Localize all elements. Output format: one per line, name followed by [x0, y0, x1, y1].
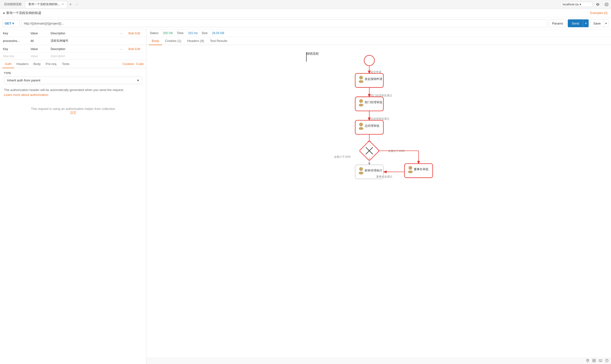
new-desc-placeholder[interactable]: Description: [51, 54, 65, 58]
status-bar: Status: 200 OK Time: 315 ms Size: 26.05 …: [146, 29, 611, 37]
tab-1[interactable]: 启动报销流程: [1, 1, 25, 8]
params-section-1: Key Value Description ··· Bulk Edit proc…: [0, 29, 146, 45]
tab-prereq[interactable]: Pre-req.: [43, 60, 60, 68]
tab-auth[interactable]: Auth: [2, 60, 14, 68]
edge-label-gm: 总经理审批通过: [371, 117, 390, 120]
right-panel: Status: 200 OK Time: 315 ms Size: 26.05 …: [146, 29, 611, 364]
step1-label: 发起报销申请: [365, 77, 382, 81]
save-dropdown-button[interactable]: ▾: [604, 19, 609, 27]
left-panel: Key Value Description ··· Bulk Edit proc…: [0, 29, 146, 364]
edge-label-dept: 部门经理审批通过: [371, 94, 392, 97]
svg-rect-17: [599, 360, 602, 362]
param-desc-1[interactable]: 流程实例编号: [48, 38, 115, 44]
flow-title: 报销流程: [306, 52, 319, 55]
svg-point-2: [359, 76, 363, 79]
svg-point-4: [359, 99, 363, 103]
tab-2-label: 查询一个流程实例的轨...: [28, 2, 60, 6]
code-link[interactable]: Code: [136, 62, 144, 66]
time-label: Time:: [177, 31, 184, 35]
tab-2[interactable]: 查询一个流程实例的轨... ✕: [25, 1, 67, 8]
step3-label: 总经理审批: [364, 124, 379, 128]
location-icon[interactable]: [586, 359, 589, 363]
params-section-2: Key Value Description ··· Bulk Edit New …: [0, 45, 146, 60]
auth-helper: This request is using an authorization h…: [4, 107, 142, 119]
bulk-edit-link-2[interactable]: Bulk Edit: [128, 47, 140, 51]
method-chevron-icon: ▾: [12, 22, 14, 25]
col-header-desc-2: Description: [48, 46, 115, 53]
step5-label: 董事长审批: [414, 168, 429, 171]
environment-select[interactable]: localhost-oa ▾: [560, 2, 592, 7]
param-value-1[interactable]: 46: [28, 38, 48, 44]
breadcrumb: ▸ 查询一个流程实例的轨迹: [3, 11, 41, 15]
edge-label-small: 金额小于2000: [334, 155, 351, 158]
col-header-key-2: Key: [0, 46, 28, 53]
bottom-bar: [146, 358, 611, 364]
tab-bar: 启动报销流程 查询一个流程实例的轨... ✕ + ··· localhost-o…: [0, 0, 611, 9]
params-table-1: Key Value Description ··· Bulk Edit proc…: [0, 29, 146, 45]
send-main-button[interactable]: Send: [568, 19, 583, 27]
svg-point-6: [359, 123, 363, 126]
params-button[interactable]: Params: [549, 19, 566, 27]
cookies-link[interactable]: Cookies: [123, 62, 134, 66]
auth-tabs: Auth Headers Body Pre-req. Tests Cookies…: [0, 60, 146, 68]
response-tab-headers[interactable]: Headers (9): [184, 37, 207, 45]
svg-point-9: [359, 172, 363, 174]
col-header-key-1: Key: [0, 30, 28, 37]
svg-rect-14: [594, 359, 596, 360]
auth-collection-link[interactable]: 汉艺: [70, 111, 76, 115]
type-select-value: Inherit auth from parent: [7, 78, 40, 82]
params-more-icon-1[interactable]: ···: [120, 31, 123, 35]
tab-more-button[interactable]: ···: [74, 1, 80, 7]
new-key-placeholder[interactable]: New key: [3, 54, 14, 58]
params-more-icon-2[interactable]: ···: [120, 47, 123, 51]
svg-point-10: [408, 166, 412, 170]
eye-icon[interactable]: [594, 1, 601, 8]
tab-add-button[interactable]: +: [68, 1, 73, 7]
tab-1-label: 启动报销流程: [4, 2, 22, 6]
response-tab-body[interactable]: Body: [149, 37, 162, 45]
param-key-1[interactable]: processIns...: [0, 38, 28, 44]
tab-2-close[interactable]: ✕: [62, 3, 64, 6]
response-body: 报销流程 发起报销申请 提交申请 部: [146, 45, 611, 358]
tab-tests[interactable]: Tests: [60, 60, 72, 68]
type-label: TYPE: [4, 72, 142, 75]
status-label: Status:: [150, 31, 159, 35]
status-value: 200 OK: [163, 31, 173, 35]
step4-label: 财务经理执行: [365, 169, 382, 172]
breadcrumb-bar: ▸ 查询一个流程实例的轨迹 Examples (0): [0, 9, 611, 17]
new-value-placeholder[interactable]: Value: [30, 54, 38, 58]
edge-label-ceo: 董事长批通过: [376, 175, 392, 178]
tab-headers[interactable]: Headers: [14, 60, 31, 68]
auth-learn-more-link[interactable]: Learn more about authorization: [4, 93, 48, 97]
environment-name: localhost-oa: [563, 3, 579, 6]
size-value: 26.05 KB: [212, 31, 224, 35]
response-tab-cookies[interactable]: Cookies (1): [162, 37, 184, 45]
start-node: [364, 55, 375, 66]
send-dropdown-button[interactable]: ▾: [583, 19, 589, 27]
svg-point-11: [408, 170, 413, 173]
breadcrumb-prefix: ▸: [3, 11, 6, 15]
svg-rect-16: [594, 361, 596, 362]
settings-icon[interactable]: [603, 1, 610, 8]
layout-icon[interactable]: [592, 359, 596, 363]
tab-body[interactable]: Body: [31, 60, 43, 68]
bulk-edit-link-1[interactable]: Bulk Edit: [128, 32, 140, 35]
time-value: 315 ms: [188, 31, 198, 35]
save-main-button[interactable]: Save: [590, 19, 604, 27]
examples-link[interactable]: Examples (0): [590, 11, 608, 15]
help-icon[interactable]: [605, 359, 609, 363]
method-select[interactable]: GET ▾: [2, 19, 20, 27]
table-row-new: New key Value Description: [0, 53, 146, 59]
flow-diagram: 报销流程 发起报销申请 提交申请 部: [149, 48, 609, 207]
svg-rect-15: [593, 361, 594, 362]
request-row: GET ▾ Params Send ▾ Save ▾: [0, 17, 611, 29]
col-header-value-1: Value: [28, 30, 48, 37]
url-input[interactable]: [21, 19, 547, 27]
type-select[interactable]: Inherit auth from parent ▾: [4, 77, 142, 84]
svg-point-12: [587, 360, 588, 361]
edge-label-submit: 提交申请: [371, 70, 382, 73]
response-tab-test-results[interactable]: Test Results: [207, 37, 230, 45]
svg-point-8: [359, 167, 363, 171]
keyboard-icon[interactable]: [599, 359, 602, 363]
send-button-group: Send ▾: [568, 19, 589, 27]
